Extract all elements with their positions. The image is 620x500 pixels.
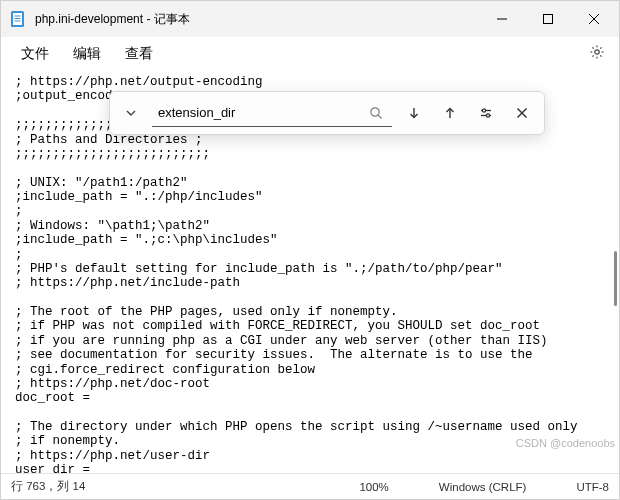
find-next-button[interactable] <box>400 99 428 127</box>
status-encoding: UTF-8 <box>576 481 609 493</box>
find-bar <box>109 91 545 135</box>
find-options-button[interactable] <box>472 99 500 127</box>
chevron-down-icon <box>125 107 137 119</box>
svg-point-18 <box>371 107 379 115</box>
gear-icon <box>589 44 605 60</box>
status-eol: Windows (CRLF) <box>439 481 527 493</box>
find-expand-button[interactable] <box>118 100 144 126</box>
sliders-icon <box>479 106 493 120</box>
arrow-down-icon <box>407 106 421 120</box>
svg-line-15 <box>600 55 601 56</box>
scrollbar-thumb[interactable] <box>614 251 617 306</box>
find-prev-button[interactable] <box>436 99 464 127</box>
menu-edit[interactable]: 编辑 <box>61 39 113 69</box>
maximize-button[interactable] <box>525 3 571 35</box>
watermark: CSDN @codenoobs <box>516 437 615 449</box>
svg-line-19 <box>378 115 381 118</box>
svg-point-9 <box>595 50 599 54</box>
notepad-icon <box>9 10 27 28</box>
vertical-scrollbar[interactable] <box>607 71 617 473</box>
close-icon <box>516 107 528 119</box>
svg-line-14 <box>592 47 593 48</box>
search-icon[interactable] <box>366 103 386 123</box>
find-input[interactable] <box>158 105 366 120</box>
window-controls <box>479 3 617 35</box>
find-close-button[interactable] <box>508 99 536 127</box>
editor-area: ; https://php.net/output-encoding ;outpu… <box>1 71 619 473</box>
statusbar: 行 763，列 14 100% Windows (CRLF) UTF-8 <box>1 473 619 499</box>
status-position: 行 763，列 14 <box>11 479 85 494</box>
minimize-button[interactable] <box>479 3 525 35</box>
svg-rect-6 <box>544 15 553 24</box>
arrow-up-icon <box>443 106 457 120</box>
svg-line-16 <box>600 47 601 48</box>
find-input-wrap <box>152 99 392 127</box>
status-zoom: 100% <box>359 481 388 493</box>
menu-file[interactable]: 文件 <box>9 39 61 69</box>
close-button[interactable] <box>571 3 617 35</box>
menu-view[interactable]: 查看 <box>113 39 165 69</box>
titlebar: php.ini-development - 记事本 <box>1 1 619 37</box>
svg-point-23 <box>482 109 485 112</box>
settings-button[interactable] <box>583 38 611 70</box>
window-title: php.ini-development - 记事本 <box>35 11 479 28</box>
menubar: 文件 编辑 查看 <box>1 37 619 71</box>
svg-line-17 <box>592 55 593 56</box>
svg-point-25 <box>486 114 489 117</box>
window: php.ini-development - 记事本 文件 编辑 查看 ; htt… <box>0 0 620 500</box>
